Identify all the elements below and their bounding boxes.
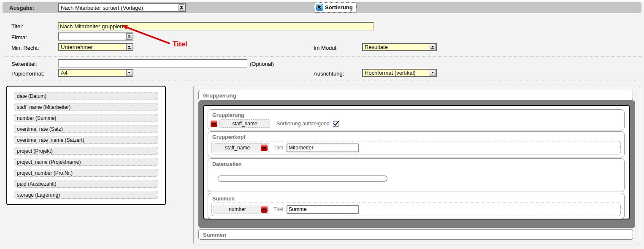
chevron-down-icon[interactable] [430,70,436,76]
remove-minus-icon[interactable] [211,120,217,127]
ausgabe-label: Ausgabe: [9,5,34,11]
titel-input[interactable] [58,22,374,30]
section-summen-title: Summen [212,196,235,202]
chevron-down-icon[interactable] [430,44,436,50]
summen-titel-label: Titel: [273,206,285,212]
grouping-chip-staff-name[interactable]: staff_name [219,119,270,128]
datenzeilen-drop-area[interactable] [218,176,387,181]
section-gruppenkopf: Gruppenkopf staff_name Titel: [208,131,625,157]
sort-ascending-checkbox[interactable] [333,121,338,127]
chip-label: staff_name [214,145,261,151]
field-item-staff-name[interactable]: staff_name (Mitarbeiter) [14,103,158,111]
im-modul-select[interactable]: Resultate [362,43,437,51]
seitentitel-input[interactable] [58,59,247,68]
firma-label: Firma: [11,34,27,41]
min-recht-label: Min. Recht: [11,45,39,51]
im-modul-label: Im Modul: [314,45,338,51]
min-recht-select[interactable]: Unternehmer [58,43,133,51]
chevron-down-icon[interactable] [126,33,132,40]
summen-titel-input[interactable] [287,205,359,214]
section-summen: Summen number Titel: [208,193,625,219]
available-fields-panel: date (Datum) staff_name (Mitarbeiter) nu… [6,86,166,205]
gruppenkopf-titel-input[interactable] [287,143,359,152]
firma-select[interactable] [58,32,133,41]
remove-minus-icon[interactable] [261,144,268,151]
section-datenzeilen-title: Datenzeilen [212,161,241,167]
field-item-project-name[interactable]: project_name (Projektname) [14,158,158,166]
summen-chip-number[interactable]: number [214,205,269,214]
output-template-select[interactable]: Nach Mitarbeiter sortiert (Vorlage) [58,3,186,12]
sort-ascending-label: Sortierung aufsteigend: [276,121,331,127]
sortierung-cursor-icon [316,4,323,11]
separator [3,81,641,81]
chip-label: staff_name [220,121,270,127]
chevron-down-icon[interactable] [179,4,184,11]
section-datenzeilen: Datenzeilen [208,158,625,192]
papierformat-value: A4 [59,70,126,76]
min-recht-value: Unternehmer [59,44,126,50]
seitentitel-label: Seitentitel: [11,61,37,67]
remove-minus-icon[interactable] [261,206,268,213]
papierformat-select[interactable]: A4 [58,69,133,77]
separator [3,56,641,57]
summen-row: number Titel: [211,203,621,216]
report-output-editor: Ausgabe: Nach Mitarbeiter sortiert (Vorl… [0,0,644,249]
section-gruppierung-title: Gruppierung [212,112,244,118]
ausrichtung-value: Hochformat (vertikal) [363,70,430,76]
ausrichtung-select[interactable]: Hochformat (vertikal) [362,69,437,77]
field-item-overtime-rate[interactable]: overtime_rate (Satz) [14,125,158,133]
field-item-project-number[interactable]: project_number (Pro.Nr.) [14,169,158,177]
gruppenkopf-chip-staff-name[interactable]: staff_name [214,143,269,152]
ausrichtung-label: Ausrichtung: [314,70,344,77]
gruppenkopf-row: staff_name Titel: [211,141,621,154]
field-item-date[interactable]: date (Datum) [14,92,158,100]
summen-header[interactable]: Summen [198,229,633,240]
titel-label: Titel: [11,23,23,30]
field-item-storage[interactable]: storage (Lagerung) [14,191,158,199]
checkmark-icon [333,119,339,125]
section-gruppenkopf-title: Gruppenkopf [212,134,245,140]
sortierung-button-label: Sortierung [325,4,353,11]
field-item-project[interactable]: project (Projekt) [14,147,158,155]
chevron-down-icon[interactable] [126,70,132,76]
chevron-down-icon[interactable] [126,44,132,50]
section-gruppierung: Gruppierung staff_name Sortierung aufste… [208,109,625,130]
field-item-overtime-rate-name[interactable]: overtime_rate_name (Satzart) [14,136,158,144]
im-modul-value: Resultate [363,44,430,50]
sortierung-button[interactable]: Sortierung [314,2,357,13]
papierformat-label: Papierformat: [11,70,44,77]
gruppierung-header[interactable]: Gruppierung [198,90,633,100]
gruppenkopf-titel-label: Titel: [273,145,285,151]
field-item-paid[interactable]: paid (Ausbezahlt) [14,180,158,188]
output-template-value: Nach Mitarbeiter sortiert (Vorlage) [59,5,179,11]
chip-label: number [214,206,261,212]
annotation-text: Titel [173,40,187,48]
field-item-number[interactable]: number (Summe) [14,114,158,122]
optional-hint: (Optional) [250,61,274,67]
